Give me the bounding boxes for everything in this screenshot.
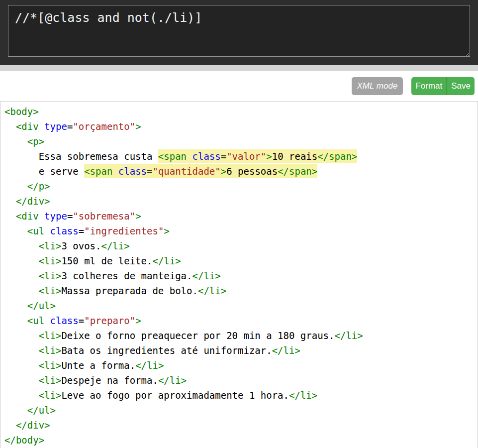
code-token: </li>: [198, 285, 226, 296]
xpath-match-token: class: [118, 164, 147, 178]
code-line: <li>150 ml de leite.</li>: [4, 253, 474, 268]
code-token: =: [79, 225, 84, 236]
code-token: [4, 211, 16, 222]
code-token: <li>: [39, 240, 62, 251]
code-token: [4, 315, 27, 326]
code-token: Unte a forma.: [61, 360, 135, 371]
xpath-match-token: 10 reais: [272, 149, 318, 163]
code-line: </div>: [4, 194, 474, 209]
xpath-match-token: <span: [158, 149, 187, 163]
code-token: >: [135, 121, 141, 132]
xpath-match-token: >: [266, 149, 272, 163]
code-token: <li>: [39, 390, 62, 401]
code-token: </div>: [16, 420, 50, 431]
code-token: [4, 405, 27, 416]
xpath-match-token: "quantidade": [152, 164, 220, 178]
code-line: <div type="sobremesa">: [4, 209, 474, 224]
code-line: <li>Deixe o forno preaquecer por 20 min …: [4, 328, 474, 343]
code-token: 3 ovos.: [61, 240, 101, 251]
code-token: [39, 121, 44, 132]
code-token: </p>: [27, 181, 50, 192]
code-token: </li>: [192, 270, 221, 281]
code-line: <li>Unte a forma.</li>: [4, 358, 474, 373]
code-token: [4, 375, 39, 386]
code-token: 3 colheres de manteiga.: [61, 270, 192, 281]
save-button[interactable]: Save: [446, 77, 475, 95]
code-token: Massa preparada de bolo.: [61, 285, 198, 296]
xpath-match-token: >: [221, 164, 226, 178]
code-line: <li>Massa preparada de bolo.</li>: [4, 283, 474, 298]
code-line: </body>: [4, 433, 474, 448]
format-button[interactable]: Format: [411, 77, 446, 95]
code-token: <li>: [39, 375, 62, 386]
code-token: <div: [16, 211, 39, 222]
code-line: e serve <span class="quantidade">6 pesso…: [4, 164, 474, 179]
content-panel: XML mode Format Save <body> <div type="o…: [0, 71, 478, 448]
code-line: <ul class="preparo">: [4, 313, 474, 328]
code-token: </li>: [101, 240, 129, 251]
toolbar: XML mode Format Save: [0, 71, 478, 95]
code-token: Bata os ingredientes até uniformizar.: [61, 345, 272, 356]
xpath-match-token: </span>: [317, 149, 357, 163]
code-token: [4, 225, 27, 236]
code-line: <div type="orçamento">: [4, 119, 474, 134]
code-line: </ul>: [4, 403, 474, 418]
code-token: <li>: [39, 270, 62, 281]
code-token: [4, 255, 39, 266]
xpath-match-token: [112, 164, 118, 178]
code-token: <ul: [27, 315, 44, 326]
xpath-match-token: "valor": [226, 149, 266, 163]
code-token: [44, 225, 50, 236]
code-line: <li>Bata os ingredientes até uniformizar…: [4, 343, 474, 358]
code-token: <li>: [39, 330, 62, 341]
code-token: "sobremesa": [73, 211, 135, 222]
code-token: [4, 300, 27, 311]
xpath-match-token: =: [221, 149, 226, 163]
xpath-input[interactable]: //*[@class and not(./li)]: [8, 5, 470, 57]
code-line: <li>Leve ao fogo por aproximadamente 1 h…: [4, 388, 474, 403]
code-token: [4, 181, 27, 192]
code-token: [4, 360, 39, 371]
xpath-match-token: </span>: [278, 164, 317, 178]
code-token: [4, 420, 16, 431]
xpath-query-header: //*[@class and not(./li)]: [0, 0, 478, 65]
xml-source-view: <body> <div type="orçamento"> <p> Essa s…: [0, 101, 478, 448]
code-token: <body>: [4, 106, 39, 117]
xml-mode-button[interactable]: XML mode: [352, 77, 403, 95]
code-token: type: [44, 211, 67, 222]
code-token: <div: [16, 121, 39, 132]
code-token: =: [67, 211, 73, 222]
code-line: </p>: [4, 179, 474, 194]
code-token: <li>: [39, 285, 62, 296]
code-line: <body>: [4, 104, 474, 119]
code-token: [4, 136, 27, 147]
code-line: <ul class="ingredientes">: [4, 224, 474, 238]
xpath-match-token: =: [147, 164, 152, 178]
code-token: Leve ao fogo por aproximadamente 1 hora.: [61, 390, 289, 401]
code-token: <ul: [27, 225, 44, 236]
action-button-group: Format Save: [411, 77, 475, 95]
code-token: [4, 240, 39, 251]
code-token: >: [135, 211, 141, 222]
code-token: class: [50, 315, 79, 326]
code-token: <li>: [39, 255, 62, 266]
code-line: Essa sobremesa custa <span class="valor"…: [4, 149, 474, 164]
code-token: </li>: [289, 390, 317, 401]
code-token: "ingredientes": [84, 225, 164, 236]
code-token: </li>: [158, 375, 187, 386]
code-token: class: [50, 225, 79, 236]
code-token: <li>: [39, 345, 62, 356]
code-token: >: [164, 225, 169, 236]
code-token: [44, 315, 50, 326]
code-token: 150 ml de leite.: [61, 255, 152, 266]
code-token: Despeje na forma.: [61, 375, 158, 386]
code-token: Essa sobremesa custa: [4, 151, 158, 162]
code-token: "preparo": [84, 315, 135, 326]
code-token: Deixe o forno preaquecer por 20 min a 18…: [61, 330, 334, 341]
xpath-match-token: [187, 149, 192, 163]
code-token: <p>: [27, 136, 44, 147]
code-token: </li>: [152, 255, 181, 266]
code-token: </li>: [135, 360, 164, 371]
code-token: [4, 330, 39, 341]
xpath-match-token: <span: [84, 164, 112, 178]
